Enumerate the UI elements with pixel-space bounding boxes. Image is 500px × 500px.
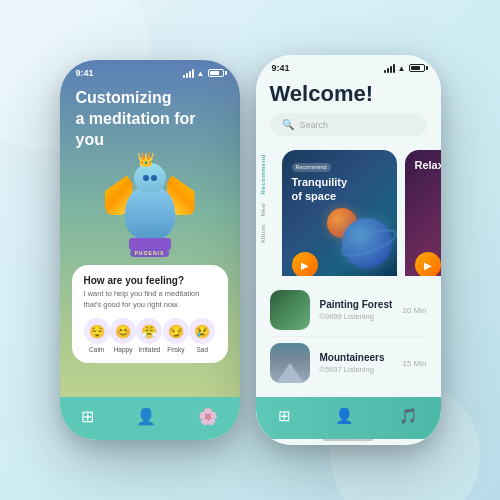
frisky-label: Frisky <box>167 346 184 353</box>
right-signal-icon <box>384 64 395 73</box>
sad-icon: 😢 <box>189 318 215 344</box>
card-tranquility-title: Recommend Tranquility of space <box>292 158 348 204</box>
card-relax-line1: Relax a... <box>415 158 441 172</box>
mountain-duration: 15 Min <box>402 359 426 368</box>
forest-info: Painting Forest ©9699 Listening <box>320 299 393 321</box>
mascot-head <box>134 163 166 193</box>
right-bottom-nav: ⊞ 👤 🎵 <box>256 397 441 439</box>
forest-duration: 20 Min <box>402 306 426 315</box>
left-bottom-nav: ⊞ 👤 🌸 <box>60 397 240 440</box>
forest-title: Painting Forest <box>320 299 393 310</box>
recommend-badge: Recommend <box>292 163 331 172</box>
calm-icon: 😌 <box>84 318 110 344</box>
mascot: PHOENIX <box>105 155 195 255</box>
left-header: Customizing a meditation for you <box>60 82 240 160</box>
mountain-title: Mountaineers <box>320 352 393 363</box>
list-item-forest[interactable]: Painting Forest ©9699 Listening 20 Min <box>270 284 427 337</box>
irritated-label: Irritated <box>138 346 160 353</box>
happy-label: Happy <box>114 346 133 353</box>
cards-section: Recommend New Album Recommend Tranquilit… <box>256 146 441 276</box>
nav-meditation-icon[interactable]: 🌸 <box>198 407 218 426</box>
left-time: 9:41 <box>76 68 94 78</box>
search-bar[interactable]: 🔍 Search <box>270 113 427 136</box>
card-relax[interactable]: Relax a... ▶ <box>405 150 441 276</box>
emotion-frisky[interactable]: 😏 Frisky <box>163 318 189 353</box>
left-status-bar: 9:41 ▲ <box>60 60 240 82</box>
search-icon: 🔍 <box>282 119 294 130</box>
card-title-line1: Tranquility <box>292 175 348 189</box>
signal-icon <box>183 69 194 78</box>
card-title-line2: of space <box>292 189 348 203</box>
list-item-mountaineers[interactable]: Mountaineers ©5697 Listening 15 Min <box>270 337 427 389</box>
right-status-icons: ▲ <box>384 64 425 73</box>
side-label-new: New <box>260 203 274 217</box>
welcome-heading: Welcome! <box>256 77 441 113</box>
happy-icon: 😊 <box>110 318 136 344</box>
wifi-icon: ▲ <box>197 69 205 78</box>
mascot-eye-left <box>143 175 149 181</box>
right-battery-icon <box>409 64 425 72</box>
feeling-question: How are you feeling? <box>84 275 216 286</box>
right-nav-home[interactable]: ⊞ <box>278 407 291 425</box>
forest-thumb-bg <box>270 290 310 330</box>
emotion-happy[interactable]: 😊 Happy <box>110 318 136 353</box>
nav-home-icon[interactable]: ⊞ <box>81 407 94 426</box>
mascot-label: PHOENIX <box>130 249 170 257</box>
play-button-2[interactable]: ▶ <box>415 252 441 276</box>
left-phone: 9:41 ▲ Customizing a meditation for you <box>60 60 240 440</box>
nav-profile-icon[interactable]: 👤 <box>136 407 156 426</box>
title-line2: a meditation for you <box>76 110 196 148</box>
emotion-irritated[interactable]: 😤 Irritated <box>136 318 162 353</box>
mountain-thumb-bg <box>270 343 310 383</box>
card-relax-title: Relax a... <box>415 158 441 172</box>
forest-thumbnail <box>270 290 310 330</box>
search-placeholder: Search <box>300 120 329 130</box>
left-status-icons: ▲ <box>183 69 224 78</box>
side-label-album: Album <box>260 224 274 244</box>
mascot-eye-right <box>151 175 157 181</box>
frisky-icon: 😏 <box>163 318 189 344</box>
mountain-info: Mountaineers ©5697 Listening <box>320 352 393 374</box>
battery-icon <box>208 69 224 77</box>
feeling-description: I want to help you find a meditation tha… <box>84 289 216 310</box>
cards-scroll: Recommend Tranquility of space ▶ Re <box>278 146 441 276</box>
sad-label: Sad <box>196 346 208 353</box>
right-nav-profile[interactable]: 👤 <box>335 407 354 425</box>
list-section: Painting Forest ©9699 Listening 20 Min M… <box>256 276 441 397</box>
card-tranquility[interactable]: Recommend Tranquility of space ▶ <box>282 150 397 276</box>
mascot-body <box>125 185 175 240</box>
emotion-calm[interactable]: 😌 Calm <box>84 318 110 353</box>
emotion-row: 😌 Calm 😊 Happy 😤 Irritated 😏 Frisky 😢 <box>84 318 216 353</box>
calm-label: Calm <box>89 346 104 353</box>
forest-subtitle: ©9699 Listening <box>320 312 393 321</box>
mountain-thumbnail <box>270 343 310 383</box>
mascot-crown-icon <box>140 155 160 167</box>
title-line1: Customizing <box>76 89 172 106</box>
feeling-card: How are you feeling? I want to help you … <box>72 265 228 363</box>
right-content: Welcome! 🔍 Search Recommend New Album Re <box>256 77 441 439</box>
right-time: 9:41 <box>272 63 290 73</box>
mountain-subtitle: ©5697 Listening <box>320 365 393 374</box>
right-status-bar: 9:41 ▲ <box>256 55 441 77</box>
play-button-1[interactable]: ▶ <box>292 252 318 276</box>
side-labels: Recommend New Album <box>256 146 278 276</box>
side-label-recommend: Recommend <box>260 154 274 195</box>
right-phone: 9:41 ▲ Welcome! 🔍 Search <box>256 55 441 445</box>
mascot-area: PHOENIX <box>60 155 240 265</box>
irritated-icon: 😤 <box>136 318 162 344</box>
emotion-sad[interactable]: 😢 Sad <box>189 318 215 353</box>
right-wifi-icon: ▲ <box>398 64 406 73</box>
right-nav-music[interactable]: 🎵 <box>399 407 418 425</box>
